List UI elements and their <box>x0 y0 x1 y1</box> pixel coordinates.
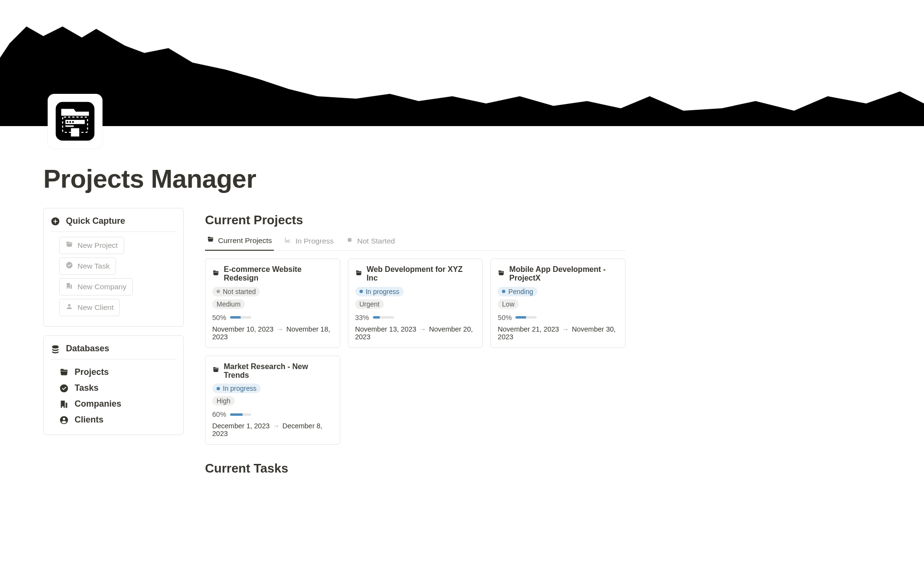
page-title: Projects Manager <box>43 164 924 193</box>
databases-heading: Databases <box>51 344 177 359</box>
project-card[interactable]: E-commerce Website Redesign Not started … <box>205 258 340 348</box>
button-label: New Client <box>77 303 114 312</box>
button-label: New Company <box>77 282 127 291</box>
project-title: E-commerce Website Redesign <box>224 265 333 282</box>
db-link-label: Tasks <box>75 383 99 393</box>
priority-label: High <box>217 397 231 405</box>
priority-badge: High <box>212 396 235 406</box>
project-grid: E-commerce Website Redesign Not started … <box>205 258 626 445</box>
quick-capture-heading-label: Quick Capture <box>66 216 125 226</box>
svg-rect-6 <box>65 126 74 127</box>
progress-bar <box>373 316 394 319</box>
quick-capture-heading: Quick Capture <box>51 216 177 232</box>
current-tasks-heading: Current Tasks <box>205 461 626 476</box>
databases-heading-label: Databases <box>66 344 109 354</box>
person-circle-icon <box>59 415 69 425</box>
priority-label: Urgent <box>359 300 380 308</box>
tab-label: In Progress <box>295 237 334 245</box>
date-start: November 21, 2023 <box>498 325 559 333</box>
new-company-button[interactable]: New Company <box>59 278 133 295</box>
building-icon <box>65 282 73 292</box>
status-badge: Not started <box>212 287 260 296</box>
db-companies-link[interactable]: Companies <box>59 396 177 412</box>
status-dot <box>359 290 363 293</box>
progress-label: 60% <box>212 410 226 418</box>
progress-bar <box>230 413 251 416</box>
new-project-button[interactable]: New Project <box>59 237 124 254</box>
date-range: November 10, 2023 → November 18, 2023 <box>212 325 333 341</box>
database-icon <box>51 344 60 354</box>
date-range: November 13, 2023 → November 20, 2023 <box>355 325 476 341</box>
date-start: December 1, 2023 <box>212 422 270 430</box>
arrow-icon: → <box>561 325 570 333</box>
status-label: Pending <box>508 288 533 295</box>
date-range: November 21, 2023 → November 30, 2023 <box>498 325 618 341</box>
progress-label: 50% <box>212 314 226 321</box>
date-range: December 1, 2023 → December 8, 2023 <box>212 422 333 437</box>
databases-card: Databases Projects Tasks Companies Clie <box>43 335 184 435</box>
tab-in-progress[interactable]: In Progress <box>282 236 335 250</box>
projects-tabs: Current Projects In Progress Not Started <box>205 235 626 251</box>
status-dot <box>502 290 505 293</box>
progress-fill <box>515 316 526 319</box>
person-icon <box>65 303 73 312</box>
db-tasks-link[interactable]: Tasks <box>59 380 177 396</box>
svg-point-3 <box>66 121 68 123</box>
progress-fill <box>373 316 380 319</box>
priority-badge: Urgent <box>355 299 384 309</box>
db-link-label: Clients <box>75 415 103 425</box>
arrow-icon: → <box>418 325 427 333</box>
new-task-button[interactable]: New Task <box>59 257 116 275</box>
svg-rect-7 <box>71 128 79 136</box>
stop-square-icon <box>346 236 353 245</box>
progress-bar <box>515 316 537 319</box>
new-client-button[interactable]: New Client <box>59 299 120 316</box>
date-start: November 13, 2023 <box>355 325 416 333</box>
plus-circle-icon <box>51 217 60 226</box>
db-projects-link[interactable]: Projects <box>59 364 177 380</box>
quick-capture-card: Quick Capture New Project New Task New C… <box>43 208 184 327</box>
priority-badge: Medium <box>212 299 245 309</box>
folder-open-icon <box>207 236 214 245</box>
priority-label: Low <box>502 300 514 308</box>
svg-point-5 <box>72 121 74 123</box>
priority-badge: Low <box>498 299 519 309</box>
status-badge: Pending <box>498 287 537 296</box>
progress-fill <box>230 316 241 319</box>
status-dot <box>217 387 220 390</box>
page-icon[interactable] <box>48 94 103 149</box>
project-card[interactable]: Mobile App Development - ProjectX Pendin… <box>490 258 626 348</box>
arrow-icon: → <box>275 325 284 333</box>
date-start: November 10, 2023 <box>212 325 273 333</box>
folder-open-icon <box>212 269 219 279</box>
folder-open-icon <box>212 366 219 375</box>
folder-open-icon <box>65 241 73 250</box>
status-badge: In progress <box>212 384 261 393</box>
priority-label: Medium <box>217 300 241 308</box>
project-card[interactable]: Market Research - New Trends In progress… <box>205 356 340 445</box>
status-label: In progress <box>366 288 399 295</box>
progress-label: 50% <box>498 314 512 321</box>
cover-image <box>0 0 924 126</box>
progress-fill <box>230 413 243 416</box>
arrow-icon: → <box>271 422 281 430</box>
folder-open-icon <box>498 269 505 279</box>
db-link-label: Projects <box>75 367 109 377</box>
project-card[interactable]: Web Development for XYZ Inc In progress … <box>348 258 483 348</box>
progress-bar <box>230 316 251 319</box>
tab-label: Current Projects <box>218 236 272 245</box>
tab-not-started[interactable]: Not Started <box>344 236 397 250</box>
tab-current-projects[interactable]: Current Projects <box>205 236 274 251</box>
db-link-label: Companies <box>75 399 121 409</box>
svg-point-4 <box>69 121 71 123</box>
db-clients-link[interactable]: Clients <box>59 412 177 428</box>
button-label: New Task <box>77 262 110 270</box>
button-label: New Project <box>77 241 118 250</box>
tab-label: Not Started <box>357 237 395 245</box>
chart-line-icon <box>284 236 292 245</box>
progress-label: 33% <box>355 314 369 321</box>
current-projects-heading: Current Projects <box>205 213 626 228</box>
status-dot <box>217 290 220 293</box>
project-title: Web Development for XYZ Inc <box>367 265 476 282</box>
status-badge: In progress <box>355 287 404 296</box>
